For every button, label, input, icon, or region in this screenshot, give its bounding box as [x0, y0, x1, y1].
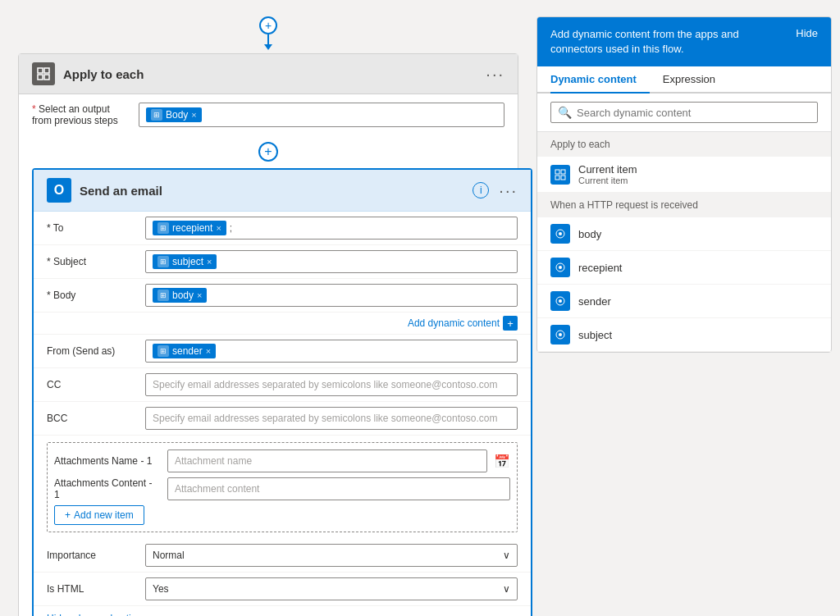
top-connector: +	[259, 16, 277, 50]
importance-chevron: ∨	[503, 550, 510, 561]
connector-line	[267, 34, 269, 44]
calendar-icon[interactable]: 📅	[494, 454, 510, 469]
body-icon	[550, 224, 570, 244]
attachment-name-input[interactable]: Attachment name	[167, 449, 487, 472]
is-html-row: Is HTML Yes ∨	[34, 573, 531, 606]
body-tag-remove[interactable]: ×	[191, 110, 196, 120]
recepient-icon	[550, 258, 570, 277]
attachment-content-row: Attachments Content -1 Attachment conten…	[54, 477, 510, 500]
form-body: * To ⊞ recepient × ; * Subject	[34, 212, 531, 616]
cc-label: CC	[47, 379, 145, 390]
recepient-tag[interactable]: ⊞ recepient ×	[153, 221, 226, 235]
svg-rect-0	[38, 68, 43, 73]
dynamic-item-recepient[interactable]: recepient	[537, 251, 831, 285]
sender-tag-remove[interactable]: ×	[206, 346, 211, 356]
to-row: * To ⊞ recepient × ;	[34, 212, 531, 245]
body-row: * Body ⊞ body ×	[34, 279, 531, 313]
send-email-more-button[interactable]: ···	[499, 181, 518, 200]
attachments-section: Attachments Name - 1 Attachment name 📅 A…	[47, 442, 518, 532]
is-html-chevron: ∨	[503, 583, 510, 595]
body-tag-remove-field[interactable]: ×	[197, 290, 202, 300]
dynamic-item-body[interactable]: body	[537, 217, 831, 251]
bcc-label: BCC	[47, 413, 145, 424]
subject-row: * Subject ⊞ subject ×	[34, 245, 531, 279]
svg-point-16	[559, 299, 562, 303]
apply-each-more-button[interactable]: ···	[486, 65, 504, 84]
dynamic-item-current-item[interactable]: Current item Current item	[537, 157, 831, 193]
add-circle-top[interactable]: +	[259, 16, 277, 34]
tab-dynamic-content[interactable]: Dynamic content	[550, 66, 650, 94]
svg-rect-3	[44, 75, 49, 80]
apply-each-header: Apply to each ···	[19, 54, 518, 94]
add-new-item-label: Add new item	[74, 509, 134, 521]
info-button[interactable]: i	[472, 182, 489, 198]
cc-input[interactable]: Specify email addresses separated by sem…	[145, 373, 518, 396]
add-connector-middle: +	[19, 135, 518, 168]
dynamic-search: 🔍	[537, 94, 831, 132]
add-dynamic-label: Add dynamic content	[408, 317, 500, 329]
output-row: * Select an outputfrom previous steps ⊞ …	[19, 94, 518, 135]
body-tag-icon: ⊞	[158, 290, 169, 301]
apply-each-icon	[32, 62, 55, 85]
recepient-tag-remove[interactable]: ×	[216, 223, 221, 233]
is-html-select[interactable]: Yes ∨	[145, 577, 518, 600]
recepient-text: recepient	[578, 262, 622, 274]
recepient-tag-icon: ⊞	[158, 222, 169, 234]
from-label: From (Send as)	[47, 345, 145, 357]
sender-icon	[550, 291, 570, 311]
from-input[interactable]: ⊞ sender ×	[145, 340, 518, 363]
apply-each-card: Apply to each ··· * Select an outputfrom…	[18, 53, 518, 616]
add-new-item-button[interactable]: + Add new item	[54, 505, 144, 525]
apply-each-header-left: Apply to each	[32, 62, 144, 85]
add-dynamic-button[interactable]: Add dynamic content +	[408, 316, 518, 331]
bcc-input[interactable]: Specify email addresses separated by sem…	[145, 407, 518, 430]
tag-connector-icon: ⊞	[151, 109, 162, 121]
from-row: From (Send as) ⊞ sender ×	[34, 335, 531, 368]
subject-tag[interactable]: ⊞ subject ×	[153, 254, 217, 269]
search-input-wrapper[interactable]: 🔍	[550, 102, 818, 123]
apply-each-title: Apply to each	[63, 67, 144, 81]
output-label: * Select an outputfrom previous steps	[32, 103, 130, 126]
add-circle-middle[interactable]: +	[258, 142, 278, 162]
dynamic-content-panel: Add dynamic content from the apps and co…	[536, 16, 832, 353]
hide-advanced-button[interactable]: Hide advanced options ∧	[34, 606, 531, 616]
sender-tag[interactable]: ⊞ sender ×	[153, 344, 216, 358]
svg-rect-8	[561, 170, 565, 174]
add-dynamic-icon: +	[503, 316, 518, 331]
subject-tag-remove[interactable]: ×	[207, 257, 212, 267]
svg-rect-2	[38, 75, 43, 80]
send-email-header-right: i ···	[472, 181, 518, 200]
body-input[interactable]: ⊞ body ×	[145, 284, 518, 307]
output-tag-input[interactable]: ⊞ Body ×	[139, 103, 504, 127]
importance-label: Importance	[47, 550, 145, 561]
body-text: body	[578, 228, 601, 240]
dynamic-panel-hide-button[interactable]: Hide	[796, 27, 818, 39]
subject-input[interactable]: ⊞ subject ×	[145, 250, 518, 273]
to-input[interactable]: ⊞ recepient × ;	[145, 217, 518, 240]
body-tag[interactable]: ⊞ Body ×	[146, 107, 202, 122]
importance-value: Normal	[153, 550, 185, 561]
bcc-row: BCC Specify email addresses separated by…	[34, 402, 531, 436]
add-new-item-plus: +	[65, 509, 71, 521]
current-item-text: Current item Current item	[578, 163, 637, 185]
hide-advanced-label: Hide advanced options	[47, 613, 147, 616]
sender-text: sender	[578, 295, 611, 308]
is-html-value: Yes	[153, 583, 169, 595]
body-label: * Body	[47, 290, 145, 301]
body-content-tag[interactable]: ⊞ body ×	[153, 288, 207, 303]
sender-tag-icon: ⊞	[158, 345, 169, 357]
dynamic-item-sender[interactable]: sender	[537, 285, 831, 318]
search-input[interactable]	[577, 107, 810, 119]
hide-advanced-chevron-icon: ∧	[150, 613, 158, 616]
dynamic-panel-header: Add dynamic content from the apps and co…	[537, 17, 831, 66]
importance-row: Importance Normal ∨	[34, 539, 531, 573]
attachment-name-row: Attachments Name - 1 Attachment name 📅	[54, 449, 510, 472]
add-dynamic-row: Add dynamic content +	[34, 313, 531, 335]
send-email-header-left: O Send an email	[47, 178, 162, 203]
svg-point-14	[559, 266, 562, 269]
svg-rect-10	[561, 176, 565, 180]
importance-select[interactable]: Normal ∨	[145, 544, 518, 567]
attachment-content-input[interactable]: Attachment content	[167, 477, 510, 500]
tab-expression[interactable]: Expression	[663, 66, 728, 92]
dynamic-item-subject[interactable]: subject	[537, 318, 831, 352]
